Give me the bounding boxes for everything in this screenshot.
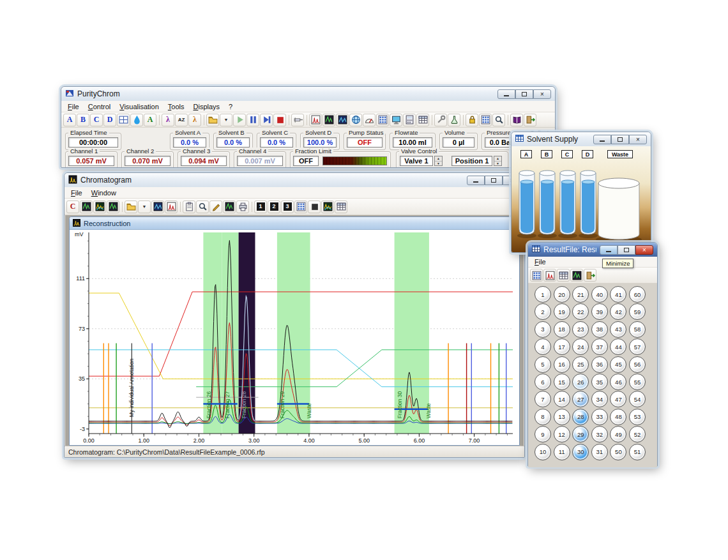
well-grid-button[interactable] — [530, 269, 543, 282]
well-30[interactable]: 30 — [572, 444, 589, 460]
well-12[interactable]: 12 — [554, 426, 570, 443]
well-56[interactable]: 56 — [629, 356, 646, 373]
well-25[interactable]: 25 — [572, 356, 589, 373]
chromatogram-menu-file[interactable]: File — [66, 188, 87, 197]
zoom-chart-button[interactable] — [196, 201, 209, 213]
well-44[interactable]: 44 — [610, 338, 626, 355]
chrom-maximize-button[interactable] — [485, 176, 503, 185]
well-17[interactable]: 17 — [554, 338, 570, 355]
help-book-button[interactable] — [510, 114, 523, 126]
detector-c-button[interactable]: C — [90, 114, 103, 126]
solvent-titlebar[interactable]: Solvent Supply × — [512, 132, 651, 146]
position-select[interactable]: Position 1 — [451, 156, 492, 166]
resultfile-maximize-button[interactable] — [618, 245, 635, 255]
well-18[interactable]: 18 — [554, 321, 570, 338]
detector-d-button[interactable]: D — [103, 114, 116, 126]
solvent-maximize-button[interactable] — [611, 135, 629, 144]
chart-dark-button[interactable] — [322, 114, 335, 126]
resultfile-menu-file[interactable]: File — [530, 257, 550, 266]
overlay-chart-button[interactable] — [223, 201, 236, 213]
chromatogram-menu-window[interactable]: Window — [87, 188, 121, 197]
grid-toggle-button[interactable] — [294, 201, 307, 213]
well-26[interactable]: 26 — [572, 374, 589, 390]
open-method-dropdown[interactable]: ▼ — [220, 114, 232, 126]
globe-button[interactable] — [349, 114, 362, 126]
reconstruction-titlebar[interactable]: Reconstruction — [70, 217, 519, 230]
well-16[interactable]: 16 — [554, 356, 570, 373]
main-menu-file[interactable]: File — [63, 102, 84, 111]
well-41[interactable]: 41 — [610, 286, 626, 303]
well-58[interactable]: 58 — [629, 321, 646, 338]
pause-button[interactable] — [246, 114, 259, 126]
well-37[interactable]: 37 — [591, 338, 608, 355]
well-60[interactable]: 60 — [629, 286, 646, 303]
well-40[interactable]: 40 — [591, 286, 608, 303]
chromatogram-titlebar[interactable]: Chromatogram × — [64, 173, 524, 187]
well-59[interactable]: 59 — [629, 303, 646, 320]
solvent-drop-button[interactable] — [130, 114, 143, 126]
well-54[interactable]: 54 — [629, 391, 646, 407]
well-24[interactable]: 24 — [572, 338, 589, 355]
well-33[interactable]: 33 — [591, 409, 608, 425]
well-53[interactable]: 53 — [629, 409, 646, 425]
main-menu-displays[interactable]: Displays — [188, 102, 224, 111]
copy-button[interactable] — [183, 201, 195, 213]
monitor-button[interactable] — [390, 114, 402, 126]
tools-button[interactable] — [434, 114, 447, 126]
wavelength-scan-button[interactable]: AZ — [175, 114, 188, 126]
well-6[interactable]: 6 — [535, 374, 551, 390]
close-button[interactable]: × — [533, 89, 551, 99]
main-menu-control[interactable]: Control — [84, 102, 115, 111]
gauge-button[interactable] — [363, 114, 375, 126]
chromatogram-button[interactable] — [309, 114, 322, 126]
chart-blue-button[interactable] — [151, 201, 164, 213]
edit-chart-button[interactable] — [209, 201, 222, 213]
report-button[interactable] — [570, 269, 583, 282]
maximize-button[interactable] — [515, 89, 533, 99]
main-titlebar[interactable]: PurityChrom × — [61, 87, 555, 101]
position-spinner[interactable]: ▲▼ — [494, 156, 502, 166]
trace-3-button[interactable]: 3 — [281, 201, 294, 213]
resultfile-close-button[interactable]: × — [635, 245, 653, 255]
dark-toggle-button[interactable] — [308, 201, 321, 213]
well-27[interactable]: 27 — [572, 391, 589, 407]
well-14[interactable]: 14 — [554, 391, 570, 407]
well-42[interactable]: 42 — [610, 303, 626, 320]
well-55[interactable]: 55 — [629, 374, 646, 390]
lock-button[interactable] — [466, 114, 478, 126]
well-3[interactable]: 3 — [535, 321, 551, 338]
well-43[interactable]: 43 — [610, 321, 626, 338]
open-file-drop[interactable]: ▼ — [138, 201, 151, 213]
well-29[interactable]: 29 — [572, 426, 589, 443]
well-36[interactable]: 36 — [591, 356, 608, 373]
well-7[interactable]: 7 — [535, 391, 551, 407]
zoom-button[interactable] — [492, 114, 505, 126]
step-button[interactable] — [260, 114, 273, 126]
autozero-button[interactable]: A — [144, 114, 156, 126]
keypad2-button[interactable] — [479, 114, 492, 126]
trace-1-button[interactable]: 1 — [254, 201, 267, 213]
solvent-close-button[interactable]: × — [629, 135, 647, 144]
scale-button[interactable] — [335, 201, 347, 213]
flask-button[interactable] — [448, 114, 460, 126]
well-8[interactable]: 8 — [535, 409, 551, 425]
resultfile-minimize-button[interactable] — [600, 245, 618, 255]
well-48[interactable]: 48 — [610, 409, 626, 425]
well-13[interactable]: 13 — [554, 409, 570, 425]
fraction-table-button[interactable] — [557, 269, 570, 282]
well-46[interactable]: 46 — [610, 374, 626, 390]
well-23[interactable]: 23 — [572, 321, 589, 338]
well-5[interactable]: 5 — [535, 356, 551, 373]
well-34[interactable]: 34 — [591, 391, 608, 407]
table-button[interactable] — [416, 114, 429, 126]
detector-b-button[interactable]: B — [77, 114, 89, 126]
annotation-button[interactable] — [321, 201, 334, 213]
resultfile-titlebar[interactable]: ResultFile: ResultFile... × — [528, 243, 657, 257]
chart-blue-button[interactable] — [336, 114, 349, 126]
well-22[interactable]: 22 — [572, 303, 589, 320]
well-52[interactable]: 52 — [629, 426, 646, 443]
well-32[interactable]: 32 — [591, 426, 608, 443]
well-50[interactable]: 50 — [610, 444, 626, 460]
well-38[interactable]: 38 — [591, 321, 608, 338]
well-15[interactable]: 15 — [554, 374, 570, 390]
